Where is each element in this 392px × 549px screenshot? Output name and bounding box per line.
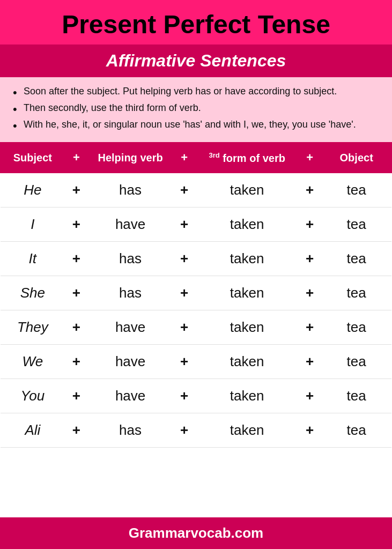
cell-1-2: have [88, 207, 173, 242]
cell-1-4: taken [196, 207, 298, 242]
cell-5-6: tea [321, 345, 391, 379]
footer-section: Grammarvocab.com [0, 517, 392, 549]
header-object: Object [321, 143, 391, 173]
cell-7-3: + [173, 413, 196, 448]
cell-2-0: It [1, 242, 65, 276]
cell-5-2: have [88, 345, 173, 379]
cell-4-0: They [1, 310, 65, 345]
cell-5-1: + [65, 345, 88, 379]
cell-3-2: has [88, 276, 173, 310]
cell-4-1: + [65, 310, 88, 345]
rules-list: Soon after the subject. Put helping verb… [13, 85, 379, 132]
cell-6-3: + [173, 379, 196, 413]
cell-4-3: + [173, 310, 196, 345]
cell-7-4: taken [196, 413, 298, 448]
table-row: He+has+taken+tea [1, 173, 391, 207]
cell-0-3: + [173, 173, 196, 207]
cell-1-1: + [65, 207, 88, 242]
cell-6-5: + [298, 379, 322, 413]
cell-2-3: + [173, 242, 196, 276]
cell-2-2: has [88, 242, 173, 276]
cell-2-5: + [298, 242, 322, 276]
cell-7-6: tea [321, 413, 391, 448]
cell-4-6: tea [321, 310, 391, 345]
cell-6-4: taken [196, 379, 298, 413]
cell-1-0: I [1, 207, 65, 242]
cell-1-5: + [298, 207, 322, 242]
rule-item-1: Soon after the subject. Put helping verb… [13, 85, 379, 98]
cell-3-4: taken [196, 276, 298, 310]
cell-7-1: + [65, 413, 88, 448]
cell-3-3: + [173, 276, 196, 310]
cell-5-5: + [298, 345, 322, 379]
cell-1-3: + [173, 207, 196, 242]
cell-3-0: She [1, 276, 65, 310]
title-section: Present Perfect Tense [0, 0, 392, 44]
rule-item-2: Then secondly, use the third form of ver… [13, 101, 379, 115]
header-subject: Subject [1, 143, 65, 173]
table-section: Subject + Helping verb + 3rd form of ver… [0, 142, 392, 517]
cell-7-0: Ali [1, 413, 65, 448]
cell-0-1: + [65, 173, 88, 207]
header-form: 3rd form of verb [196, 143, 298, 173]
rule-item-3: With he, she, it, or singular noun use '… [13, 118, 379, 131]
cell-0-6: tea [321, 173, 391, 207]
cell-4-5: + [298, 310, 322, 345]
cell-3-1: + [65, 276, 88, 310]
cell-3-6: tea [321, 276, 391, 310]
header-plus1: + [65, 143, 88, 173]
cell-6-1: + [65, 379, 88, 413]
footer-text: Grammarvocab.com [129, 525, 263, 541]
cell-0-4: taken [196, 173, 298, 207]
cell-7-5: + [298, 413, 322, 448]
cell-4-4: taken [196, 310, 298, 345]
cell-0-2: has [88, 173, 173, 207]
rules-section: Soon after the subject. Put helping verb… [0, 77, 392, 143]
table-header-row: Subject + Helping verb + 3rd form of ver… [1, 143, 391, 173]
cell-0-0: He [1, 173, 65, 207]
table-row: They+have+taken+tea [1, 310, 391, 345]
cell-1-6: tea [321, 207, 391, 242]
cell-0-5: + [298, 173, 322, 207]
cell-7-2: has [88, 413, 173, 448]
table-row: Ali+has+taken+tea [1, 413, 391, 448]
page-subtitle: Affirmative Sentences [11, 51, 381, 71]
table-row: We+have+taken+tea [1, 345, 391, 379]
cell-2-4: taken [196, 242, 298, 276]
cell-4-2: have [88, 310, 173, 345]
cell-2-1: + [65, 242, 88, 276]
cell-5-0: We [1, 345, 65, 379]
conjugation-table: Subject + Helping verb + 3rd form of ver… [0, 142, 392, 448]
cell-6-0: You [1, 379, 65, 413]
table-row: You+have+taken+tea [1, 379, 391, 413]
subtitle-section: Affirmative Sentences [0, 44, 392, 77]
table-row: I+have+taken+tea [1, 207, 391, 242]
header-plus3: + [298, 143, 322, 173]
header-plus2: + [173, 143, 196, 173]
header-helping: Helping verb [88, 143, 173, 173]
cell-2-6: tea [321, 242, 391, 276]
table-row: She+has+taken+tea [1, 276, 391, 310]
table-body: He+has+taken+teaI+have+taken+teaIt+has+t… [1, 173, 391, 448]
cell-6-2: have [88, 379, 173, 413]
cell-5-3: + [173, 345, 196, 379]
table-row: It+has+taken+tea [1, 242, 391, 276]
cell-5-4: taken [196, 345, 298, 379]
cell-3-5: + [298, 276, 322, 310]
page-title: Present Perfect Tense [11, 11, 381, 39]
cell-6-6: tea [321, 379, 391, 413]
